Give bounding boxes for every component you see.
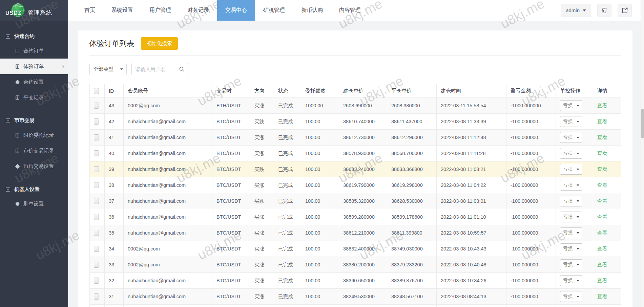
cell-profit: -100.000000 [506,193,556,209]
view-detail-link[interactable]: 查看 [597,262,607,267]
view-detail-link[interactable]: 查看 [597,134,607,140]
row-checkbox-cell [90,193,105,209]
loss-control-select[interactable]: 亏损 [560,243,582,254]
view-detail-link[interactable]: 查看 [597,166,607,172]
row-checkbox[interactable] [94,198,99,204]
sidebar-group-header-coin-trade[interactable]: 币币交易 [0,114,68,127]
sidebar-group-header-fast-contract[interactable]: 快速合约 [0,30,68,43]
nav-item-user-management[interactable]: 用户管理 [141,0,179,21]
type-select[interactable]: 全部类型 [89,63,127,75]
row-checkbox[interactable] [94,230,99,236]
view-detail-link[interactable]: 查看 [597,150,607,156]
nav-item-content-management[interactable]: 内容管理 [331,0,369,21]
view-detail-link[interactable]: 查看 [597,182,607,188]
sidebar-item-contract-orders[interactable]: 合约订单 [0,43,68,59]
clear-cache-button[interactable] [597,4,611,17]
admin-user-menu[interactable]: admin [561,4,591,17]
sidebar-item-coin-trade-settings[interactable]: 币币交易设置 [0,158,68,174]
loss-control-select[interactable]: 亏损 [560,132,582,143]
header-profit: 盈亏金额 [506,84,556,98]
loss-control-select[interactable]: 亏损 [560,259,582,270]
cell-account: nuhaichuntian@gmail.com [124,193,212,209]
type-select-value: 全部类型 [93,66,113,72]
row-checkbox[interactable] [94,134,99,140]
nav-item-home[interactable]: 首页 [76,0,103,21]
cell-status: 已完成 [274,114,301,130]
view-detail-link[interactable]: 查看 [597,214,607,220]
collapse-minus-icon [6,34,10,39]
view-detail-link[interactable]: 查看 [597,118,607,124]
row-checkbox[interactable] [94,118,99,125]
row-checkbox[interactable] [94,214,99,220]
sidebar-item-contract-settings[interactable]: 合约设置 [0,74,68,90]
view-detail-link[interactable]: 查看 [597,293,607,299]
cell-close-price: 38611.399800 [387,225,437,241]
cell-control: 亏损 [556,305,593,307]
admin-user-label: admin [566,7,580,13]
scrollbar-thumb[interactable] [641,109,644,138]
loss-control-select[interactable]: 亏损 [560,180,582,191]
sidebar-group-label: 机器人设置 [14,186,40,193]
nav-item-finance-records[interactable]: 财务记录 [179,0,217,21]
cell-open-price: 38832.400000 [339,241,387,257]
row-checkbox[interactable] [94,278,99,284]
header-open-time: 建仓时间 [437,84,506,98]
nav-item-new-coin[interactable]: 新币认购 [293,0,331,21]
loss-control-select[interactable]: 亏损 [560,148,582,159]
cell-close-price: 38599.178600 [387,209,437,225]
init-search-button[interactable]: 初始化搜索 [141,37,178,50]
sidebar-item-market-trade-records[interactable]: 市价交易记录 [0,143,68,158]
loss-control-select[interactable]: 亏损 [560,100,582,111]
loss-control-select[interactable]: 亏损 [560,227,582,238]
page-scrollbar[interactable] [641,0,644,307]
table-row: 41 nuhaichuntian@gmail.com BTC/USDT 买涨 已… [90,130,621,146]
row-checkbox[interactable] [94,182,99,188]
nav-item-system-settings[interactable]: 系统设置 [103,0,141,21]
row-checkbox[interactable] [94,166,99,172]
search-icon[interactable] [179,66,185,72]
loss-control-select[interactable]: 亏损 [560,275,582,286]
sidebar-group-header-robot-settings[interactable]: 机器人设置 [0,183,68,196]
row-checkbox[interactable] [94,262,99,268]
nav-item-trade-center[interactable]: 交易中心 [217,0,255,21]
view-detail-link[interactable]: 查看 [597,246,607,251]
sidebar-item-trial-orders[interactable]: 体验订单 › [0,59,68,74]
view-detail-link[interactable]: 查看 [597,198,607,204]
table-row: 31 nuhaichuntian@gmail.com BTC/USDT 买涨 已… [90,289,621,305]
page-title: 体验订单列表 [89,39,134,49]
trash-icon [601,7,608,14]
cell-detail: 查看 [593,130,621,146]
sidebar-item-wash-trade-settings[interactable]: 刷单设置 [0,196,68,212]
cell-open-time: 2022-03-08 11:01:10 [437,209,506,225]
sidebar-group-fast-contract: 快速合约 合约订单 体验订单 › 合约设置 平仓记录 [0,21,68,105]
chevron-down-icon [577,121,579,123]
sidebar-item-close-records[interactable]: 平仓记录 [0,90,68,105]
view-detail-link[interactable]: 查看 [597,103,607,108]
logout-button[interactable] [618,4,632,17]
sidebar-item-limit-order-records[interactable]: 限价委托记录 [0,127,68,143]
loss-control-select[interactable]: 亏损 [560,196,582,206]
row-checkbox[interactable] [94,103,99,109]
username-search-input[interactable] [135,66,177,72]
cell-detail: 查看 [593,273,621,289]
cell-open-time: 2022-03-11 15:58:54 [437,98,506,114]
app-title: 管理系统 [28,9,52,17]
view-detail-link[interactable]: 查看 [597,278,607,283]
loss-control-select[interactable]: 亏损 [560,164,582,175]
loss-control-select[interactable]: 亏损 [560,212,582,222]
row-checkbox[interactable] [94,293,99,300]
row-checkbox[interactable] [94,246,99,252]
loss-control-value: 亏损 [563,214,573,220]
row-checkbox[interactable] [94,150,99,156]
table-row: 37 nuhaichuntian@gmail.com BTC/USDT 买跌 已… [90,193,621,209]
nav-item-miner-management[interactable]: 矿机管理 [255,0,293,21]
loss-control-select[interactable]: 亏损 [560,116,582,127]
cell-control: 亏损 [556,209,593,225]
filter-row: 全部类型 [89,63,621,75]
row-checkbox-cell [90,114,105,130]
view-detail-link[interactable]: 查看 [597,230,607,236]
table-row: 43 0002@qq.com ETH/USDT 买涨 已完成 1000.00 2… [90,98,621,114]
cell-profit: -100.000000 [506,257,556,273]
loss-control-select[interactable]: 亏损 [560,291,582,302]
select-all-checkbox[interactable] [94,88,99,94]
